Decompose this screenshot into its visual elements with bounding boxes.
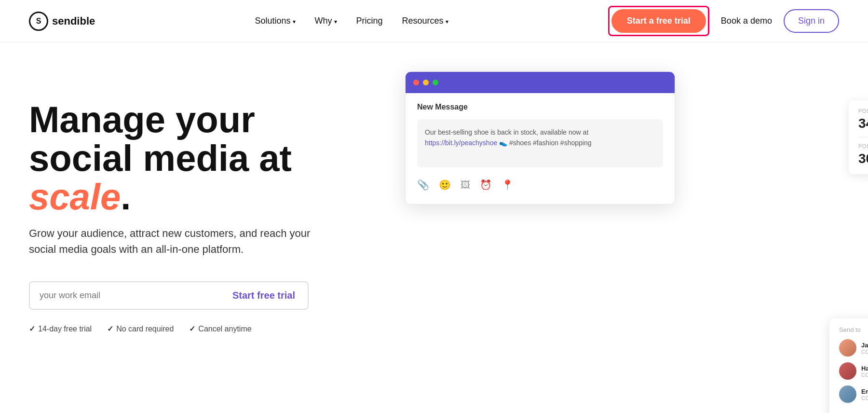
dot-red <box>413 80 419 85</box>
hero-right: New Message Our best-selling shoe is bac… <box>405 71 839 413</box>
hero-left: Manage your social media at scale. Grow … <box>29 81 318 333</box>
person-name-james: James Quinn <box>861 342 868 349</box>
compose-panel: New Message Our best-selling shoe is bac… <box>405 71 675 205</box>
impressions-value: 3400 <box>858 116 868 131</box>
badge-card: ✓No card required <box>107 324 174 333</box>
engagement-label: POST ENGAGEMENT <box>858 143 868 149</box>
image-icon[interactable]: 🖼 <box>461 179 470 191</box>
stats-panel: POST IMPRESSIONS 3400 POST ENGAGEMENT 30 <box>849 100 868 174</box>
attach-icon[interactable]: 📎 <box>417 179 429 191</box>
person-row-james: James Quinn CONTENT MANAGER <box>839 339 868 357</box>
schedule-icon[interactable]: ⏰ <box>480 179 492 191</box>
new-message-label: New Message <box>417 103 663 111</box>
person-row-hannah: Hannah Miles CONTENT MANAGER <box>839 362 868 380</box>
sign-in-button[interactable]: Sign in <box>784 9 839 33</box>
compose-icons: 📎 🙂 🖼 ⏰ 📍 <box>417 175 663 194</box>
email-input[interactable] <box>40 290 223 301</box>
book-demo-button[interactable]: Book a demo <box>721 16 772 26</box>
nav-right: Start a free trial Book a demo Sign in <box>608 6 839 36</box>
person-role-james: CONTENT MANAGER <box>861 349 868 355</box>
navbar: S sendible Solutions▾ Why▾ Pricing Resou… <box>0 0 868 42</box>
hero-subtitle: Grow your audience, attract new customer… <box>29 225 318 257</box>
avatar-james <box>839 339 856 357</box>
start-trial-button[interactable]: Start a free trial <box>611 9 706 33</box>
badge-cancel: ✓Cancel anytime <box>189 324 251 333</box>
compose-titlebar <box>406 72 675 93</box>
emoji-icon[interactable]: 🙂 <box>439 179 451 191</box>
person-name-hannah: Hannah Miles <box>861 365 868 372</box>
nav-why[interactable]: Why▾ <box>315 16 337 26</box>
compose-tags: #shoes #fashion #shopping <box>509 139 591 147</box>
logo[interactable]: S sendible <box>29 12 95 31</box>
hero-title: Manage your social media at scale. <box>29 100 318 216</box>
person-row-emilo: Emilo Dean CONTENT MANAGER <box>839 385 868 403</box>
logo-icon: S <box>29 12 48 31</box>
compose-text: Our best-selling shoe is back in stock, … <box>425 128 588 136</box>
dot-yellow <box>423 80 429 85</box>
avatar-hannah <box>839 362 856 380</box>
trust-badges: ✓14-day free trial ✓No card required ✓Ca… <box>29 324 318 333</box>
compose-link[interactable]: https://bit.ly/peachyshoe <box>425 139 497 147</box>
hero-title-scale: scale <box>29 176 121 217</box>
location-icon[interactable]: 📍 <box>502 179 514 191</box>
nav-resources[interactable]: Resources▾ <box>402 16 448 26</box>
nav-pricing[interactable]: Pricing <box>356 16 383 26</box>
person-name-emilo: Emilo Dean <box>861 388 868 395</box>
hero-start-trial-button[interactable]: Start free trial <box>223 285 305 306</box>
compose-textarea[interactable]: Our best-selling shoe is back in stock, … <box>417 119 663 167</box>
logo-text: sendible <box>52 15 95 28</box>
avatar-emilo <box>839 385 856 403</box>
cta-highlight-box: Start a free trial <box>608 6 709 36</box>
compose-emoji: 👟 <box>499 139 507 147</box>
badge-trial: ✓14-day free trial <box>29 324 92 333</box>
send-to-title: Send to <box>839 326 868 333</box>
person-role-emilo: CONTENT MANAGER <box>861 395 868 401</box>
engagement-value: 30 <box>858 151 868 166</box>
hero-section: Manage your social media at scale. Grow … <box>0 42 868 413</box>
nav-solutions[interactable]: Solutions▾ <box>255 16 295 26</box>
person-role-hannah: CONTENT MANAGER <box>861 372 868 378</box>
nav-links: Solutions▾ Why▾ Pricing Resources▾ <box>255 16 448 26</box>
dot-green <box>433 80 438 85</box>
stats-divider <box>858 137 868 138</box>
email-form: Start free trial <box>29 281 309 310</box>
impressions-label: POST IMPRESSIONS <box>858 108 868 114</box>
send-to-panel: Send to James Quinn CONTENT MANAGER Hann… <box>829 318 868 413</box>
